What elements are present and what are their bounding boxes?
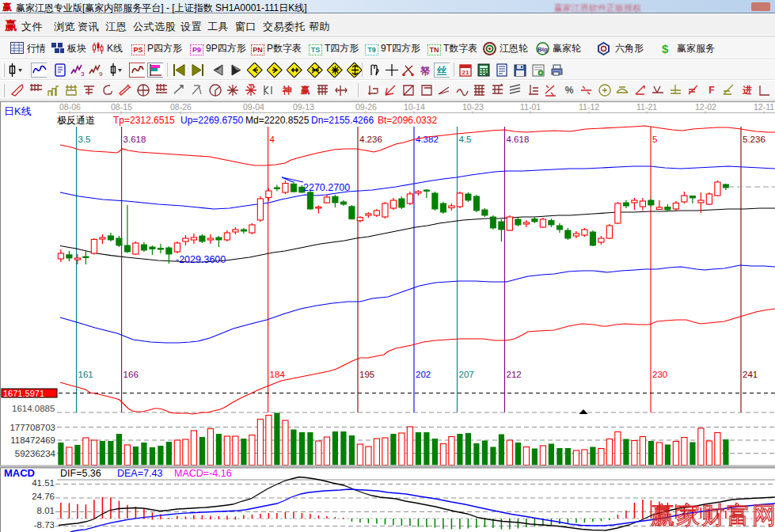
svg-text:3.5: 3.5 [78, 135, 91, 144]
svg-text:09-04: 09-04 [243, 102, 264, 112]
svg-text:8.01: 8.01 [37, 506, 55, 515]
svg-text:MACD: MACD [4, 467, 35, 479]
svg-text:118472469: 118472469 [10, 435, 55, 445]
svg-text:4.618: 4.618 [507, 135, 530, 144]
svg-text:2270.2700: 2270.2700 [303, 182, 350, 193]
svg-text:241: 241 [743, 370, 758, 379]
svg-text:11-12: 11-12 [579, 102, 599, 112]
svg-text:Up=2269.6750: Up=2269.6750 [180, 115, 243, 126]
svg-text:4: 4 [270, 135, 275, 144]
svg-text:230: 230 [652, 370, 667, 379]
svg-text:184: 184 [270, 370, 286, 379]
svg-text:1671.5971: 1671.5971 [3, 389, 44, 398]
svg-text:09-26: 09-26 [355, 102, 377, 112]
svg-text:DIF=5.36: DIF=5.36 [60, 468, 101, 479]
svg-text:5: 5 [652, 135, 657, 144]
svg-text:MACD=-4.16: MACD=-4.16 [174, 468, 232, 479]
svg-text:-2029.3600: -2029.3600 [176, 254, 226, 265]
svg-text:日K线: 日K线 [4, 105, 32, 117]
svg-text:212: 212 [507, 370, 522, 379]
svg-text:08-26: 08-26 [170, 102, 192, 112]
svg-text:12-02: 12-02 [695, 102, 716, 112]
svg-text:161: 161 [78, 370, 93, 379]
svg-text:4.5: 4.5 [459, 135, 472, 144]
svg-text:Bt=2096.0332: Bt=2096.0332 [378, 115, 437, 126]
svg-text:195: 195 [359, 370, 374, 379]
svg-text:41.51: 41.51 [32, 478, 55, 488]
svg-text:12-11: 12-11 [754, 102, 774, 112]
svg-text:1614.0885: 1614.0885 [12, 404, 55, 413]
svg-text:5.236: 5.236 [743, 135, 766, 144]
svg-text:Md=2220.8525: Md=2220.8525 [245, 115, 310, 126]
svg-text:-8.73: -8.73 [34, 520, 55, 530]
svg-text:207: 207 [459, 370, 474, 379]
svg-text:10-23: 10-23 [462, 102, 484, 112]
svg-text:08-15: 08-15 [111, 102, 132, 112]
svg-text:Tp=2312.6515: Tp=2312.6515 [113, 115, 175, 126]
svg-text:极反通道: 极反通道 [57, 115, 95, 126]
svg-text:202: 202 [416, 370, 431, 379]
svg-text:09-13: 09-13 [293, 102, 314, 112]
svg-text:4.236: 4.236 [359, 135, 382, 144]
svg-text:Dn=2155.4266: Dn=2155.4266 [311, 115, 374, 126]
svg-text:177708703: 177708703 [9, 423, 55, 432]
svg-text:DEA=7.43: DEA=7.43 [117, 468, 162, 479]
svg-text:59236234: 59236234 [15, 449, 56, 458]
svg-text:3.618: 3.618 [123, 135, 146, 144]
svg-text:10-14: 10-14 [404, 102, 425, 112]
svg-text:24.76: 24.76 [32, 492, 55, 501]
svg-text:08-06: 08-06 [59, 102, 81, 112]
svg-text:166: 166 [123, 370, 139, 379]
svg-text:11-01: 11-01 [520, 102, 541, 112]
svg-text:11-21: 11-21 [636, 102, 657, 112]
